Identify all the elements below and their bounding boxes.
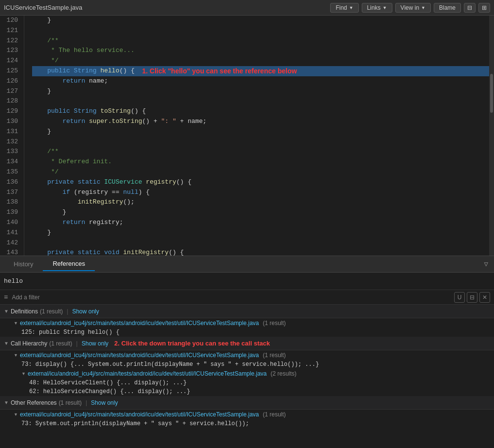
code-line-132 (32, 137, 494, 147)
other-references-file-expand-icon[interactable]: ▼ (14, 412, 18, 417)
code-line-126: return name; (32, 76, 494, 86)
definitions-file-path: external/icu/android_icu4j/src/main/test… (20, 320, 259, 327)
code-line-127: } (32, 86, 494, 97)
line-numbers: 120 121 122 123 124 125 126 127 128 129 … (0, 16, 24, 256)
code-line-131: } (32, 127, 494, 137)
code-line-129: public String toString() { (32, 106, 494, 117)
annotation-1: 1. Click "hello" you can see the referen… (142, 66, 297, 76)
code-line-142 (32, 238, 494, 248)
call-hierarchy-file2-row: ▼ external/icu/android_icu4j/src/main/te… (0, 369, 494, 379)
viewin-button[interactable]: View in ▼ (395, 3, 431, 13)
panel-chevron-icon[interactable]: ▽ (482, 258, 490, 270)
code-line-123: * The hello service... (32, 46, 494, 56)
definitions-count: (1 result) (40, 308, 63, 315)
close-filter-button[interactable]: ✕ (479, 292, 490, 303)
underline-filter-button[interactable]: U (454, 292, 465, 303)
code-line-121 (32, 26, 494, 36)
call-hierarchy-count: (1 result) (49, 340, 72, 347)
definitions-collapse-icon[interactable]: ▼ (4, 309, 9, 314)
search-value: hello (4, 277, 23, 285)
tabs-list: History References (4, 257, 95, 271)
call-hierarchy-file2-code2-text: 62: helloServiceChanged() {... display()… (29, 388, 190, 395)
call-hierarchy-file1-expand-icon[interactable]: ▼ (14, 353, 18, 358)
code-editor: 120 121 122 123 124 125 126 127 128 129 … (0, 16, 494, 256)
top-bar: ICUServiceTestSample.java Find ▼ Links ▼… (0, 0, 494, 16)
other-references-code-line: 73: System.out.println(displayName + " s… (0, 419, 494, 428)
code-line-124: */ (32, 56, 494, 66)
code-line-141: } (32, 228, 494, 238)
other-references-file-row: ▼ external/icu/android_icu4j/src/main/te… (0, 410, 494, 419)
code-line-139: } (32, 207, 494, 218)
call-hierarchy-file2-code1-text: 48: HelloServiceClient() {... display();… (29, 379, 187, 386)
code-line-143: private static void initRegistry() { (32, 248, 494, 256)
call-hierarchy-show-only[interactable]: Show only (82, 340, 108, 347)
call-hierarchy-file2-code2: 62: helloServiceChanged() {... display()… (0, 387, 494, 396)
call-hierarchy-file2-count: (2 results) (270, 370, 296, 377)
toolbar-buttons: Find ▼ Links ▼ View in ▼ Blame ⊟ ⊞ (330, 3, 490, 13)
code-line-130: return super.toString() + ": " + name; (32, 117, 494, 127)
bottom-panel: History References ▽ hello ≡ Add a filte… (0, 256, 494, 448)
code-line-140: return registry; (32, 218, 494, 228)
definitions-file-row: ▼ external/icu/android_icu4j/src/main/te… (0, 318, 494, 328)
filter-actions: U ⊟ ✕ (454, 292, 490, 303)
code-line-134: * Deferred init. (32, 157, 494, 167)
tab-history[interactable]: History (4, 258, 43, 271)
code-line-136: private static ICUService registry() { (32, 177, 494, 188)
call-hierarchy-file1-path: external/icu/android_icu4j/src/main/test… (20, 352, 259, 359)
links-button[interactable]: Links ▼ (362, 3, 392, 13)
call-hierarchy-file1-count: (1 result) (263, 352, 285, 359)
other-references-title: Other References (11, 399, 57, 406)
call-hierarchy-section-header: ▼ Call Hierarchy (1 result) | Show only … (0, 337, 494, 350)
call-hierarchy-title: Call Hierarchy (11, 340, 47, 347)
find-button[interactable]: Find ▼ (330, 3, 358, 13)
definitions-show-only[interactable]: Show only (72, 308, 99, 315)
scrollbar[interactable] (489, 16, 494, 256)
call-hierarchy-file2-code1: 48: HelloServiceClient() {... display();… (0, 379, 494, 387)
definitions-code-text: 125: public String hello() { (21, 329, 120, 336)
other-references-count: (1 result) (59, 399, 82, 406)
columns-filter-button[interactable]: ⊟ (467, 292, 477, 303)
code-lines: } /** * The hello service... */ public S… (24, 16, 494, 256)
filter-row: ≡ Add a filter U ⊟ ✕ (0, 290, 494, 305)
tabs-row: History References ▽ (0, 256, 494, 273)
blame-button[interactable]: Blame (434, 3, 461, 13)
call-hierarchy-file1-code-text: 73: display() {... System.out.println(di… (21, 361, 319, 368)
filter-placeholder[interactable]: Add a filter (12, 294, 39, 301)
code-line-125: public String hello() { 1. Click "hello"… (32, 66, 494, 76)
other-references-show-only[interactable]: Show only (91, 399, 118, 406)
file-title: ICUServiceTestSample.java (4, 4, 82, 11)
code-line-128 (32, 96, 494, 106)
code-line-122: /** (32, 36, 494, 46)
other-references-file-count: (1 result) (263, 411, 285, 418)
split-view-button[interactable]: ⊟ (464, 3, 476, 13)
call-hierarchy-file1-code: 73: display() {... System.out.println(di… (0, 360, 494, 369)
scrollbar-thumb[interactable] (490, 74, 493, 113)
expand-button[interactable]: ⊞ (478, 3, 490, 13)
call-hierarchy-file1-row: ▼ external/icu/android_icu4j/src/main/te… (0, 350, 494, 360)
code-line-133: /** (32, 147, 494, 157)
other-references-collapse-icon[interactable]: ▼ (4, 400, 9, 405)
definitions-code-line: 125: public String hello() { (0, 328, 494, 337)
other-references-code-text: 73: System.out.println(displayName + " s… (21, 420, 249, 427)
code-line-120: } (32, 16, 494, 26)
search-bar: hello (0, 273, 494, 290)
call-hierarchy-collapse-icon[interactable]: ▼ (4, 341, 9, 346)
other-references-file-path: external/icu/android_icu4j/src/main/test… (20, 411, 259, 418)
code-line-135: */ (32, 167, 494, 177)
results-area: ▼ Definitions (1 result) | Show only ▼ e… (0, 305, 494, 448)
call-hierarchy-file2-path: external/icu/android_icu4j/src/main/test… (28, 370, 267, 377)
definitions-section-header: ▼ Definitions (1 result) | Show only (0, 305, 494, 318)
code-line-137: if (registry == null) { (32, 188, 494, 198)
code-line-138: initRegistry(); (32, 197, 494, 207)
filter-icon: ≡ (4, 293, 8, 301)
call-hierarchy-annotation: 2. Click the down triangle you can see t… (114, 340, 270, 347)
tab-references[interactable]: References (43, 257, 94, 271)
definitions-file-expand-icon[interactable]: ▼ (14, 321, 18, 326)
other-references-section-header: ▼ Other References (1 result) | Show onl… (0, 396, 494, 410)
definitions-title: Definitions (11, 308, 38, 315)
call-hierarchy-file2-expand-icon[interactable]: ▼ (21, 371, 26, 376)
definitions-file-count: (1 result) (263, 320, 285, 327)
